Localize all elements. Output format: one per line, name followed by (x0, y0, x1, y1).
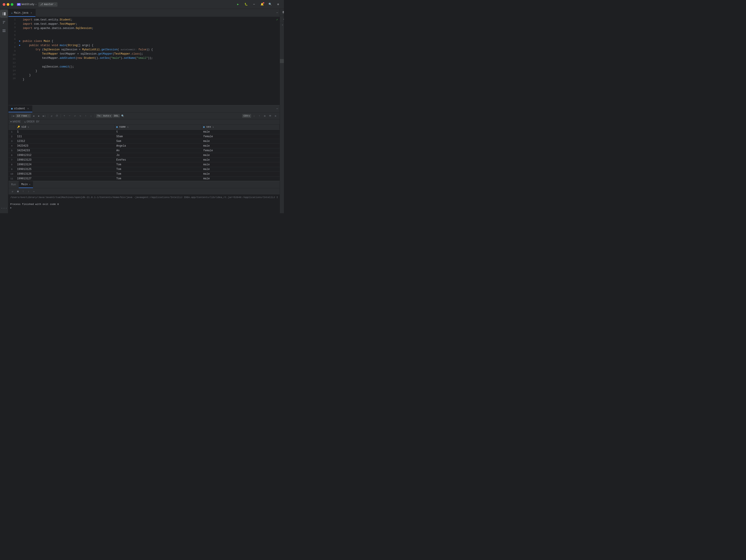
cell-sid[interactable]: 199013124 (15, 163, 115, 167)
table-row[interactable]: 2 111 SSam female (8, 134, 280, 139)
sort-icon[interactable]: ⇅ (127, 126, 128, 128)
db-item-ebean-test[interactable]: ▶ 🗄 ebean_test (280, 27, 284, 31)
next-page-button[interactable]: ▶ (36, 113, 41, 118)
debug-button[interactable]: 🐛 (243, 1, 249, 7)
table-row[interactable]: 8 199013124 Tom male (8, 163, 280, 167)
tab-main-java[interactable]: ☕ Main.java ✕ (8, 9, 36, 17)
cell-name[interactable]: EveYes (115, 158, 201, 163)
cell-sex[interactable]: male (201, 158, 280, 163)
tab-close-button[interactable]: ✕ (30, 11, 33, 14)
db-item-mysql[interactable]: ▶ 🗄 mysql (280, 35, 284, 39)
vcs-icon[interactable] (0, 18, 8, 26)
cell-sid[interactable]: 199013126 (15, 172, 115, 176)
scroll-up-button[interactable]: ↑ (21, 189, 25, 194)
export-button[interactable]: ↓ (252, 113, 256, 118)
db-item-info-schema[interactable]: ▶ 🗄 information_schema (280, 31, 284, 35)
table-row[interactable]: 5 34234233 An female (8, 148, 280, 153)
where-filter[interactable]: ▼ WHERE (10, 120, 21, 123)
cell-sex[interactable]: female (201, 148, 280, 153)
table-row[interactable]: 6 199012312 Jo male (8, 153, 280, 158)
run-button[interactable]: ▶ (235, 1, 241, 7)
tab-student[interactable]: ▦ student ✕ (8, 106, 32, 112)
prev-page-button[interactable]: ◀ (31, 113, 36, 118)
last-page-button[interactable]: ▶| (42, 113, 47, 118)
cell-sex[interactable]: male (201, 130, 280, 134)
grid-more-button[interactable]: ⋯ (275, 106, 280, 112)
tab-close-button[interactable]: ✕ (27, 107, 30, 110)
cell-sex[interactable]: female (201, 134, 280, 139)
submit-button[interactable]: ↑ (83, 113, 88, 118)
db-item-student-table[interactable]: ▦ student (280, 59, 284, 63)
db-item-sys[interactable]: ▶ 🗄 sys (280, 87, 284, 91)
cell-sex[interactable]: male (201, 153, 280, 158)
sort-icon[interactable]: ⇅ (212, 126, 214, 128)
maximize-button[interactable] (11, 3, 13, 6)
db-item-localhost[interactable]: ▾ 🖥 @localhost 10 (280, 23, 284, 27)
search-button[interactable]: 🔍 (267, 1, 273, 7)
tab-close-button[interactable]: ✕ (29, 183, 30, 186)
csv-button[interactable]: CSV ▾ (242, 114, 251, 118)
cell-sex[interactable]: male (201, 172, 280, 176)
db-item-server-objects[interactable]: ▶ 📁 Server Objects (280, 91, 284, 95)
cell-sex[interactable]: male (201, 167, 280, 172)
order-by-filter[interactable]: ⇅ ORDER BY (24, 120, 39, 123)
table-row[interactable]: 1 1 t male (8, 130, 280, 134)
db-item-study4[interactable]: ▶ 🗄 study4 (280, 83, 284, 87)
cell-sid[interactable]: 3423423 (15, 144, 115, 148)
cell-name[interactable]: SSam (115, 134, 201, 139)
table-row[interactable]: 3 12312 Sam male (8, 139, 280, 144)
tab-main[interactable]: Main ✕ (19, 181, 33, 188)
import-button[interactable]: ↑ (257, 113, 262, 118)
tx-selector[interactable]: Tx: Auto ▾ (96, 114, 112, 118)
db-item-views[interactable]: ▶ 📁 views 2 (280, 75, 284, 79)
chevron-down-icon[interactable]: ▾ (35, 3, 36, 6)
db-item-teach-table[interactable]: ▦ teach (280, 63, 284, 67)
cell-sid[interactable]: 111 (15, 134, 115, 139)
table-row[interactable]: 7 199013123 EveYes male (8, 158, 280, 163)
breakpoint-icon[interactable]: ▶ (19, 39, 23, 43)
stop-button[interactable]: ⏹ (16, 189, 20, 194)
cell-sid[interactable]: 199013127 (15, 176, 115, 181)
settings-button[interactable]: ⚙ (275, 1, 281, 7)
code-editor[interactable]: 12345 678910 1112131415 16 ✓ import com.… (8, 17, 280, 105)
close-button[interactable] (3, 3, 5, 6)
undo-button[interactable]: ↩ (73, 113, 78, 118)
col-header-sex[interactable]: ▦ sex ⇅ (201, 124, 280, 130)
more-actions-button[interactable]: ⋯ (251, 1, 257, 7)
db-item-study2[interactable]: ▶ 🗄 study2 (280, 79, 284, 83)
branch-selector[interactable]: ⎇ master ▾ (38, 2, 57, 7)
cell-name[interactable]: An (115, 148, 201, 153)
cell-name[interactable]: Tom (115, 172, 201, 176)
db-item-user-table[interactable]: ▦ user (280, 71, 284, 75)
cell-sid[interactable]: 34234233 (15, 148, 115, 153)
sort-icon[interactable]: ⇅ (28, 126, 29, 128)
db-item-staybooking[interactable]: ▶ 🗄 staybooking (280, 47, 284, 51)
transpose-button[interactable]: ⊞ (262, 113, 267, 118)
table-row[interactable]: 9 199013125 Tom male (8, 167, 280, 172)
notifications-button[interactable]: 🔔 (259, 1, 265, 7)
more-button[interactable]: ⋯ (32, 189, 36, 194)
cell-sid[interactable]: 12312 (15, 139, 115, 144)
cell-sex[interactable]: male (201, 176, 280, 181)
cell-name[interactable]: Jo (115, 153, 201, 158)
restart-button[interactable]: ↺ (10, 189, 15, 194)
col-header-name[interactable]: ▦ name ⇅ (115, 124, 201, 130)
scroll-down-button[interactable]: ↓ (26, 189, 31, 194)
add-row-button[interactable]: + (62, 113, 67, 118)
cell-name[interactable]: Angela (115, 144, 201, 148)
table-row[interactable]: 4 3423423 Angela male (8, 144, 280, 148)
rows-badge[interactable]: 13 rows ▾ (16, 114, 31, 118)
cell-sid[interactable]: 199012312 (15, 153, 115, 158)
cell-name[interactable]: Sam (115, 139, 201, 144)
plugins-icon[interactable] (0, 27, 8, 35)
tab-more-button[interactable]: ⋯ (275, 9, 280, 17)
tab-run[interactable]: Run (8, 181, 19, 188)
first-page-button[interactable]: |◀ (10, 113, 15, 118)
db-item-study[interactable]: ▾ 🗄 study (280, 51, 284, 55)
cell-sex[interactable]: male (201, 144, 280, 148)
refresh-button[interactable]: ↺ (49, 113, 54, 118)
db-item-perf-schema[interactable]: ▶ 🗄 performance_schema (280, 43, 284, 47)
ddl-button[interactable]: DDL (113, 114, 120, 118)
data-table[interactable]: 🔑 sid ⇅ ▦ name ⇅ (8, 124, 280, 181)
time-button[interactable]: ⏱ (55, 113, 59, 118)
